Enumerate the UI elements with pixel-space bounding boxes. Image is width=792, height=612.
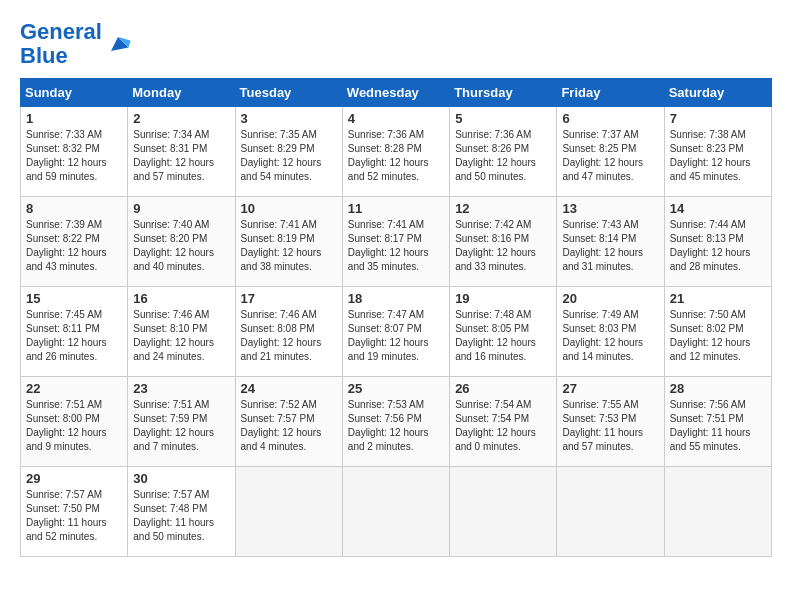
calendar-cell: 26Sunrise: 7:54 AMSunset: 7:54 PMDayligh… <box>450 377 557 467</box>
day-info: Sunrise: 7:37 AMSunset: 8:25 PMDaylight:… <box>562 128 658 184</box>
day-number: 11 <box>348 201 444 216</box>
weekday-header: Saturday <box>664 79 771 107</box>
calendar-cell: 21Sunrise: 7:50 AMSunset: 8:02 PMDayligh… <box>664 287 771 377</box>
day-info: Sunrise: 7:50 AMSunset: 8:02 PMDaylight:… <box>670 308 766 364</box>
calendar-cell: 10Sunrise: 7:41 AMSunset: 8:19 PMDayligh… <box>235 197 342 287</box>
calendar-cell <box>557 467 664 557</box>
calendar-cell: 15Sunrise: 7:45 AMSunset: 8:11 PMDayligh… <box>21 287 128 377</box>
calendar-cell: 3Sunrise: 7:35 AMSunset: 8:29 PMDaylight… <box>235 107 342 197</box>
calendar-cell: 17Sunrise: 7:46 AMSunset: 8:08 PMDayligh… <box>235 287 342 377</box>
day-number: 6 <box>562 111 658 126</box>
weekday-header: Friday <box>557 79 664 107</box>
day-number: 15 <box>26 291 122 306</box>
day-info: Sunrise: 7:36 AMSunset: 8:26 PMDaylight:… <box>455 128 551 184</box>
calendar-cell: 13Sunrise: 7:43 AMSunset: 8:14 PMDayligh… <box>557 197 664 287</box>
calendar-week-row: 1Sunrise: 7:33 AMSunset: 8:32 PMDaylight… <box>21 107 772 197</box>
day-info: Sunrise: 7:48 AMSunset: 8:05 PMDaylight:… <box>455 308 551 364</box>
logo-text: General Blue <box>20 20 102 68</box>
day-info: Sunrise: 7:52 AMSunset: 7:57 PMDaylight:… <box>241 398 337 454</box>
day-number: 28 <box>670 381 766 396</box>
weekday-header: Wednesday <box>342 79 449 107</box>
weekday-header-row: SundayMondayTuesdayWednesdayThursdayFrid… <box>21 79 772 107</box>
day-number: 25 <box>348 381 444 396</box>
calendar-cell: 28Sunrise: 7:56 AMSunset: 7:51 PMDayligh… <box>664 377 771 467</box>
day-number: 20 <box>562 291 658 306</box>
calendar-cell: 2Sunrise: 7:34 AMSunset: 8:31 PMDaylight… <box>128 107 235 197</box>
day-info: Sunrise: 7:53 AMSunset: 7:56 PMDaylight:… <box>348 398 444 454</box>
calendar-cell: 14Sunrise: 7:44 AMSunset: 8:13 PMDayligh… <box>664 197 771 287</box>
calendar-week-row: 15Sunrise: 7:45 AMSunset: 8:11 PMDayligh… <box>21 287 772 377</box>
day-info: Sunrise: 7:51 AMSunset: 7:59 PMDaylight:… <box>133 398 229 454</box>
day-info: Sunrise: 7:35 AMSunset: 8:29 PMDaylight:… <box>241 128 337 184</box>
day-number: 9 <box>133 201 229 216</box>
day-number: 24 <box>241 381 337 396</box>
day-info: Sunrise: 7:41 AMSunset: 8:17 PMDaylight:… <box>348 218 444 274</box>
logo: General Blue <box>20 20 132 68</box>
calendar-cell: 22Sunrise: 7:51 AMSunset: 8:00 PMDayligh… <box>21 377 128 467</box>
day-number: 2 <box>133 111 229 126</box>
day-info: Sunrise: 7:39 AMSunset: 8:22 PMDaylight:… <box>26 218 122 274</box>
day-info: Sunrise: 7:57 AMSunset: 7:48 PMDaylight:… <box>133 488 229 544</box>
day-number: 10 <box>241 201 337 216</box>
calendar-cell: 5Sunrise: 7:36 AMSunset: 8:26 PMDaylight… <box>450 107 557 197</box>
day-info: Sunrise: 7:51 AMSunset: 8:00 PMDaylight:… <box>26 398 122 454</box>
calendar-cell: 8Sunrise: 7:39 AMSunset: 8:22 PMDaylight… <box>21 197 128 287</box>
day-number: 7 <box>670 111 766 126</box>
day-info: Sunrise: 7:40 AMSunset: 8:20 PMDaylight:… <box>133 218 229 274</box>
day-number: 12 <box>455 201 551 216</box>
logo-icon <box>104 30 132 58</box>
day-info: Sunrise: 7:38 AMSunset: 8:23 PMDaylight:… <box>670 128 766 184</box>
calendar-cell: 29Sunrise: 7:57 AMSunset: 7:50 PMDayligh… <box>21 467 128 557</box>
day-number: 18 <box>348 291 444 306</box>
day-number: 1 <box>26 111 122 126</box>
day-number: 3 <box>241 111 337 126</box>
weekday-header: Thursday <box>450 79 557 107</box>
day-info: Sunrise: 7:49 AMSunset: 8:03 PMDaylight:… <box>562 308 658 364</box>
calendar-cell: 27Sunrise: 7:55 AMSunset: 7:53 PMDayligh… <box>557 377 664 467</box>
calendar-cell: 1Sunrise: 7:33 AMSunset: 8:32 PMDaylight… <box>21 107 128 197</box>
calendar-cell: 20Sunrise: 7:49 AMSunset: 8:03 PMDayligh… <box>557 287 664 377</box>
day-number: 22 <box>26 381 122 396</box>
calendar-table: SundayMondayTuesdayWednesdayThursdayFrid… <box>20 78 772 557</box>
day-number: 5 <box>455 111 551 126</box>
calendar-cell: 18Sunrise: 7:47 AMSunset: 8:07 PMDayligh… <box>342 287 449 377</box>
calendar-week-row: 29Sunrise: 7:57 AMSunset: 7:50 PMDayligh… <box>21 467 772 557</box>
day-number: 16 <box>133 291 229 306</box>
calendar-cell: 25Sunrise: 7:53 AMSunset: 7:56 PMDayligh… <box>342 377 449 467</box>
day-number: 21 <box>670 291 766 306</box>
day-number: 13 <box>562 201 658 216</box>
day-info: Sunrise: 7:42 AMSunset: 8:16 PMDaylight:… <box>455 218 551 274</box>
day-number: 29 <box>26 471 122 486</box>
calendar-cell <box>342 467 449 557</box>
day-info: Sunrise: 7:36 AMSunset: 8:28 PMDaylight:… <box>348 128 444 184</box>
day-info: Sunrise: 7:56 AMSunset: 7:51 PMDaylight:… <box>670 398 766 454</box>
calendar-cell: 6Sunrise: 7:37 AMSunset: 8:25 PMDaylight… <box>557 107 664 197</box>
day-number: 4 <box>348 111 444 126</box>
day-info: Sunrise: 7:34 AMSunset: 8:31 PMDaylight:… <box>133 128 229 184</box>
weekday-header: Monday <box>128 79 235 107</box>
day-info: Sunrise: 7:33 AMSunset: 8:32 PMDaylight:… <box>26 128 122 184</box>
calendar-week-row: 8Sunrise: 7:39 AMSunset: 8:22 PMDaylight… <box>21 197 772 287</box>
weekday-header: Sunday <box>21 79 128 107</box>
day-info: Sunrise: 7:45 AMSunset: 8:11 PMDaylight:… <box>26 308 122 364</box>
weekday-header: Tuesday <box>235 79 342 107</box>
calendar-cell <box>664 467 771 557</box>
day-number: 23 <box>133 381 229 396</box>
day-number: 14 <box>670 201 766 216</box>
calendar-cell: 7Sunrise: 7:38 AMSunset: 8:23 PMDaylight… <box>664 107 771 197</box>
day-info: Sunrise: 7:41 AMSunset: 8:19 PMDaylight:… <box>241 218 337 274</box>
calendar-cell: 24Sunrise: 7:52 AMSunset: 7:57 PMDayligh… <box>235 377 342 467</box>
calendar-cell: 30Sunrise: 7:57 AMSunset: 7:48 PMDayligh… <box>128 467 235 557</box>
calendar-week-row: 22Sunrise: 7:51 AMSunset: 8:00 PMDayligh… <box>21 377 772 467</box>
calendar-cell: 4Sunrise: 7:36 AMSunset: 8:28 PMDaylight… <box>342 107 449 197</box>
day-info: Sunrise: 7:44 AMSunset: 8:13 PMDaylight:… <box>670 218 766 274</box>
calendar-cell: 23Sunrise: 7:51 AMSunset: 7:59 PMDayligh… <box>128 377 235 467</box>
day-number: 17 <box>241 291 337 306</box>
day-info: Sunrise: 7:57 AMSunset: 7:50 PMDaylight:… <box>26 488 122 544</box>
day-info: Sunrise: 7:46 AMSunset: 8:10 PMDaylight:… <box>133 308 229 364</box>
day-info: Sunrise: 7:43 AMSunset: 8:14 PMDaylight:… <box>562 218 658 274</box>
page-header: General Blue <box>20 20 772 68</box>
calendar-cell: 11Sunrise: 7:41 AMSunset: 8:17 PMDayligh… <box>342 197 449 287</box>
day-number: 8 <box>26 201 122 216</box>
calendar-cell <box>235 467 342 557</box>
